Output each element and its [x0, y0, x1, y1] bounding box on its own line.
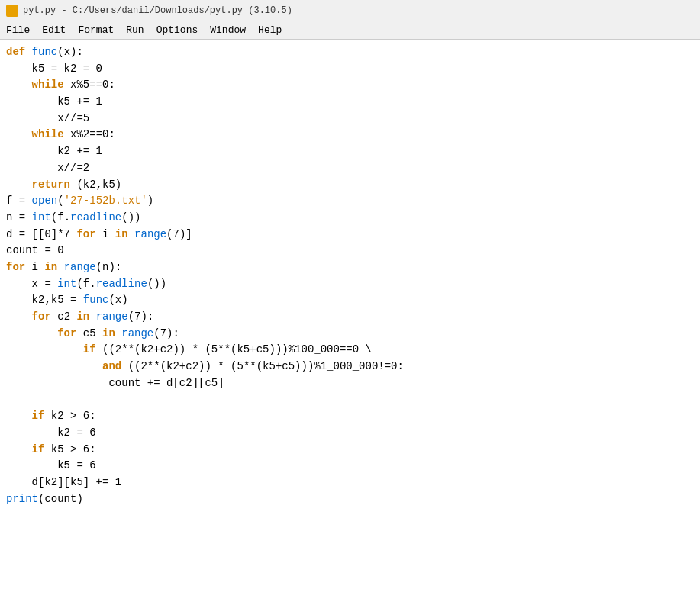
- code-line: k5 = k2 = 0: [6, 61, 694, 78]
- code-line: while x%2==0:: [6, 127, 694, 143]
- menu-format[interactable]: Format: [72, 23, 120, 37]
- menu-bar: File Edit Format Run Options Window Help: [0, 21, 700, 40]
- code-line: k2 += 1: [6, 143, 694, 160]
- title-text: pyt.py - C:/Users/danil/Downloads/pyt.py…: [23, 5, 292, 16]
- code-line: if ((2**(k2+c2)) * (5**(k5+c5)))%100_000…: [6, 342, 694, 359]
- code-line: print(count): [6, 491, 694, 508]
- title-bar: pyt.py - C:/Users/danil/Downloads/pyt.py…: [0, 0, 700, 21]
- code-line: k5 += 1: [6, 94, 694, 111]
- code-line: and ((2**(k2+c2)) * (5**(k5+c5)))%1_000_…: [6, 359, 694, 375]
- code-line: def func(x):: [6, 44, 694, 61]
- code-line: [6, 391, 694, 408]
- code-line: if k2 > 6:: [6, 408, 694, 425]
- code-line: x//=2: [6, 160, 694, 177]
- code-editor[interactable]: def func(x): k5 = k2 = 0 while x%5==0: k…: [0, 40, 700, 589]
- menu-run[interactable]: Run: [120, 23, 150, 37]
- menu-options[interactable]: Options: [150, 23, 205, 37]
- code-line: n = int(f.readline()): [6, 210, 694, 227]
- code-line: while x%5==0:: [6, 77, 694, 94]
- code-line: x//=5: [6, 111, 694, 127]
- code-line: d = [[0]*7 for i in range(7)]: [6, 227, 694, 243]
- code-line: k2 = 6: [6, 425, 694, 442]
- code-line: for c2 in range(7):: [6, 309, 694, 326]
- code-line: if k5 > 6:: [6, 442, 694, 459]
- code-line: x = int(f.readline()): [6, 276, 694, 293]
- code-line: return (k2,k5): [6, 177, 694, 194]
- code-line: d[k2][k5] += 1: [6, 475, 694, 491]
- menu-window[interactable]: Window: [204, 23, 252, 37]
- code-line: for c5 in range(7):: [6, 326, 694, 343]
- code-line: for i in range(n):: [6, 259, 694, 276]
- code-line: k2,k5 = func(x): [6, 292, 694, 309]
- menu-file[interactable]: File: [0, 23, 36, 37]
- code-line: k5 = 6: [6, 458, 694, 475]
- menu-help[interactable]: Help: [252, 23, 288, 37]
- code-line: count = 0: [6, 243, 694, 259]
- code-line: count += d[c2][c5]: [6, 375, 694, 392]
- code-line: f = open('27-152b.txt'): [6, 193, 694, 210]
- app-icon: [6, 5, 18, 17]
- menu-edit[interactable]: Edit: [36, 23, 72, 37]
